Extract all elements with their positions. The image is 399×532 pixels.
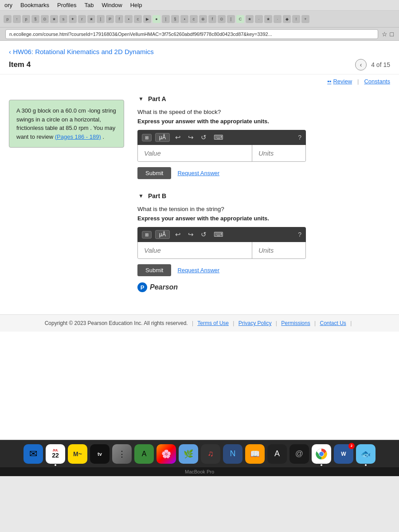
tb-icon-3[interactable]: p (22, 15, 30, 23)
part-a-toggle[interactable]: ▼ (137, 95, 145, 102)
tb-icon-21[interactable]: c (190, 15, 198, 23)
dock-chrome[interactable] (312, 444, 331, 464)
part-a-section: ▼ Part A What is the speed of the block?… (137, 95, 390, 179)
menu-window[interactable]: Window (102, 2, 122, 8)
part-a-submit-button[interactable]: Submit (137, 167, 171, 179)
tb-icon-8[interactable]: ✦ (69, 15, 77, 23)
pages-link[interactable]: (Pages 186 - 189) (55, 133, 101, 140)
menu-bookmarks[interactable]: Bookmarks (20, 2, 49, 8)
tb-icon-c[interactable]: C (236, 15, 244, 23)
dock-books[interactable]: 📖 (245, 444, 265, 464)
dock-spiral[interactable]: @ (289, 444, 309, 464)
part-b-submit-button[interactable]: Submit (137, 264, 171, 276)
part-b-help-icon[interactable]: ? (298, 231, 301, 238)
main-content: HW06: Rotational Kinematics and 2D Dynam… (0, 41, 399, 440)
tb-icon-7[interactable]: s (59, 15, 67, 23)
tb-icon-4[interactable]: § (31, 15, 39, 23)
dock-spotlight[interactable]: A (134, 444, 154, 464)
tb-icon-10[interactable]: ★ (87, 15, 95, 23)
dock-nord[interactable]: N (223, 444, 243, 464)
tb-icon-18[interactable]: | (162, 15, 170, 23)
menu-profiles[interactable]: Profiles (57, 2, 76, 8)
tb-icon-12[interactable]: P (106, 15, 114, 23)
part-b-request-answer-link[interactable]: Request Answer (177, 267, 219, 274)
dock-mail[interactable]: ✉ (23, 444, 43, 464)
part-b-undo-icon[interactable]: ↩ (173, 230, 183, 239)
url-input[interactable] (5, 29, 378, 39)
tb-icon-26[interactable]: ★ (246, 15, 254, 23)
part-b-redo-icon[interactable]: ↪ (186, 230, 196, 239)
constants-link[interactable]: Constants (364, 78, 390, 85)
menu-help[interactable]: Help (130, 2, 142, 8)
tb-icon-29[interactable]: · (274, 15, 282, 23)
part-b-toggle[interactable]: ▼ (137, 192, 145, 200)
dock-photos[interactable]: 🌸 (156, 444, 176, 464)
part-b-grid-button[interactable]: ⊞ (142, 231, 152, 239)
share-icon[interactable]: □ (390, 31, 394, 38)
part-a-value-input[interactable] (138, 145, 252, 161)
tb-icon-15[interactable]: c (134, 15, 142, 23)
part-a-keyboard-icon[interactable]: ⌨ (212, 133, 225, 142)
dock-word[interactable]: W 2 (334, 444, 353, 464)
part-a-label: Part A (148, 95, 166, 102)
hw-title[interactable]: HW06: Rotational Kinematics and 2D Dynam… (9, 48, 390, 55)
tb-icon-14[interactable]: ▪ (125, 15, 133, 23)
tb-icon-22[interactable]: ⊕ (199, 15, 207, 23)
tb-icon-6[interactable]: ★ (50, 15, 58, 23)
part-a-units-input[interactable] (252, 145, 305, 161)
part-a-undo-icon[interactable]: ↩ (173, 133, 183, 142)
top-links: ▪▪ Review | Constants (0, 74, 399, 86)
tb-icon-23[interactable]: f (208, 15, 216, 23)
dock-music[interactable]: ♫ (201, 444, 220, 464)
right-column: ▼ Part A What is the speed of the block?… (133, 91, 399, 310)
dock-tv[interactable]: tv (90, 444, 110, 464)
prev-item-button[interactable]: ‹ (355, 59, 367, 70)
part-a-redo-icon[interactable]: ↪ (186, 133, 196, 142)
tb-icon-1[interactable]: p (4, 15, 12, 23)
tb-icon-31[interactable]: ! (292, 15, 300, 23)
permissions-link[interactable]: Permissions (281, 320, 310, 326)
tb-icon-27[interactable]: · (255, 15, 263, 23)
part-b-keyboard-icon[interactable]: ⌨ (212, 230, 225, 239)
item-header: Item 4 ‹ 4 of 15 (9, 59, 390, 70)
tb-icon-28[interactable]: ★ (264, 15, 272, 23)
tb-icon-20[interactable]: ▪ (180, 15, 188, 23)
contact-us-link[interactable]: Contact Us (320, 320, 346, 326)
part-a-mu-button[interactable]: μÅ (155, 133, 170, 142)
tb-icon-9[interactable]: r (78, 15, 86, 23)
bookmark-star-icon[interactable]: ☆ (382, 31, 387, 38)
privacy-policy-link[interactable]: Privacy Policy (239, 320, 272, 326)
part-a-grid-button[interactable]: ⊞ (142, 134, 152, 141)
part-a-request-answer-link[interactable]: Request Answer (177, 170, 219, 176)
dock-calendar[interactable]: JUL 22 (46, 444, 65, 464)
dock-launchpad[interactable]: ⋮ (112, 444, 132, 464)
left-column: A 300 g block on a 60.0 cm -long string … (0, 91, 133, 310)
tb-icon-11[interactable]: | (97, 15, 105, 23)
part-a-help-icon[interactable]: ? (298, 134, 301, 141)
part-b-subtext: Express your answer with the appropriate… (137, 215, 390, 222)
tb-icon-16[interactable]: ▶ (143, 15, 151, 23)
tb-icon-13[interactable]: f (115, 15, 123, 23)
part-b-refresh-icon[interactable]: ↺ (199, 230, 208, 239)
tb-icon-17[interactable]: ● (153, 15, 160, 23)
menu-tab[interactable]: Tab (84, 2, 94, 8)
part-b-value-input[interactable] (138, 242, 252, 258)
menu-ory[interactable]: ory (4, 2, 12, 8)
tb-icon-25[interactable]: | (227, 15, 235, 23)
tb-icon-add[interactable]: + (301, 15, 309, 23)
tb-icon-24[interactable]: ⊙ (218, 15, 226, 23)
tb-icon-2[interactable]: ↑ (13, 15, 21, 23)
part-b-mu-button[interactable]: μÅ (155, 230, 170, 239)
dock-accessibility[interactable]: A (267, 444, 287, 464)
tb-icon-19[interactable]: § (171, 15, 179, 23)
dock-finder2[interactable]: 🌿 (179, 444, 198, 464)
part-b-units-input[interactable] (252, 242, 305, 258)
part-a-refresh-icon[interactable]: ↺ (199, 133, 208, 142)
dock-finder3[interactable]: 🐟 (356, 444, 376, 464)
tb-icon-5[interactable]: ⊙ (41, 15, 49, 23)
tb-icon-30[interactable]: ◆ (283, 15, 291, 23)
review-link[interactable]: ▪▪ Review (327, 78, 352, 85)
dock-notes[interactable]: M~ (68, 444, 87, 464)
terms-of-use-link[interactable]: Terms of Use (197, 320, 229, 326)
part-a-answer-row (137, 145, 306, 162)
